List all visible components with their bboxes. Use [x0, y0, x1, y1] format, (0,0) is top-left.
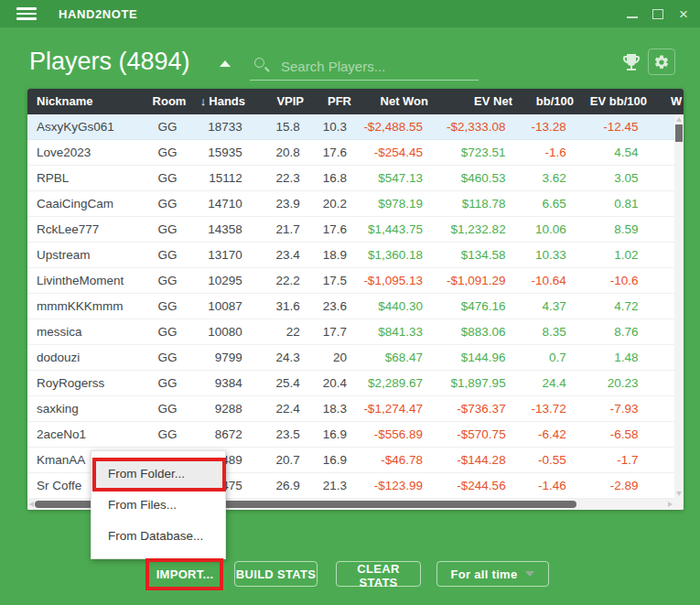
column-header-room[interactable]: Room — [146, 89, 192, 114]
build-stats-button[interactable]: BUILD STATS — [234, 561, 318, 587]
cell-vpip: 20.7 — [242, 448, 300, 472]
cell-extra — [639, 140, 674, 165]
page-title[interactable]: Players (4894) — [29, 48, 190, 76]
table-row[interactable]: Love2023GG1593520.817.6-$254.45$723.51-1… — [27, 140, 674, 166]
cell-ev_net: $1,897.95 — [423, 371, 506, 395]
cell-room: GG — [145, 294, 189, 319]
column-header-net_won[interactable]: Net Won — [351, 89, 428, 114]
cell-bb100: 4.37 — [506, 294, 566, 319]
clear-stats-button[interactable]: CLEAR STATS — [336, 561, 421, 587]
cell-hands: 10080 — [190, 319, 242, 344]
cell-nickname: messica — [37, 319, 145, 344]
vertical-scroll-thumb[interactable] — [675, 124, 683, 142]
cell-ev_net: $144.96 — [423, 345, 506, 370]
cell-nickname: mmmKKKmmm — [37, 294, 145, 319]
cell-ev_net: $1,232.82 — [423, 217, 506, 242]
cell-extra — [639, 294, 674, 319]
table-row[interactable]: messicaGG100802217.7$841.33$883.068.358.… — [27, 319, 674, 345]
cell-ev_net: -$570.75 — [423, 422, 506, 447]
time-period-dropdown[interactable]: For all time — [436, 561, 549, 587]
table-row[interactable]: dodouziGG979924.320$68.47$144.960.71.48 — [27, 345, 674, 371]
search-input[interactable] — [250, 53, 479, 81]
scroll-down-icon[interactable] — [676, 492, 682, 496]
chevron-up-icon[interactable] — [220, 60, 231, 67]
cell-nickname: RPBL — [37, 166, 145, 190]
titlebar: HAND2NOTE × — [0, 0, 700, 27]
menu-item-from-folder[interactable]: From Folder... — [92, 459, 225, 490]
cell-nickname: 2aceNo1 — [37, 422, 145, 447]
cell-hands: 18733 — [190, 114, 242, 139]
cell-ev_net: -$2,333.08 — [423, 114, 506, 139]
cell-hands: 9799 — [190, 345, 242, 370]
cell-extra — [639, 191, 674, 216]
table-row[interactable]: CaaiCingCamGG1471023.920.2$978.19$118.78… — [27, 191, 674, 217]
cell-hands: 15935 — [190, 140, 242, 165]
cell-vpip: 21.7 — [242, 217, 300, 242]
table-row[interactable]: LivintheMomentGG1029522.217.5-$1,095.13-… — [27, 268, 674, 294]
cell-ev_net: -$736.37 — [423, 396, 506, 421]
chevron-down-icon — [525, 571, 534, 577]
table-row[interactable]: RPBLGG1511222.316.8$547.13$460.533.623.0… — [27, 166, 674, 191]
cell-vpip: 24.3 — [242, 345, 300, 370]
menu-item-from-database[interactable]: From Database... — [92, 521, 225, 552]
close-button[interactable]: × — [671, 0, 696, 27]
import-button[interactable]: IMPORT... — [149, 561, 221, 587]
maximize-button[interactable] — [645, 0, 671, 27]
cell-hands: 9288 — [190, 396, 242, 421]
table-row[interactable]: AsxyKyGs061GG1873315.810.3-$2,488.55-$2,… — [27, 114, 674, 140]
column-header-extra[interactable]: W — [647, 89, 684, 114]
cell-net_won: $547.13 — [347, 166, 423, 190]
cell-bb100: -1.46 — [506, 473, 566, 498]
cell-ev_net: -$1,091.29 — [423, 268, 506, 293]
cell-extra — [639, 243, 674, 267]
cell-extra — [639, 396, 674, 421]
scroll-up-icon[interactable] — [676, 117, 682, 122]
cell-nickname: LivintheMoment — [37, 268, 145, 293]
cell-extra — [639, 319, 674, 344]
cell-net_won: -$1,274.47 — [347, 396, 423, 421]
cell-pfr: 16.8 — [300, 166, 347, 190]
hamburger-menu-icon[interactable] — [16, 7, 37, 20]
scroll-right-icon[interactable] — [668, 502, 673, 507]
cell-net_won: -$123.99 — [347, 473, 423, 498]
cell-pfr: 17.6 — [300, 140, 347, 165]
minimize-button[interactable] — [619, 0, 645, 27]
cell-pfr: 20.4 — [300, 371, 347, 395]
cell-net_won: $841.33 — [347, 319, 423, 344]
settings-button[interactable] — [648, 49, 675, 75]
cell-ev_bb100: 0.81 — [566, 191, 639, 216]
cell-room: GG — [145, 140, 189, 165]
cell-bb100: 10.06 — [506, 217, 566, 242]
column-header-nickname[interactable]: Nickname — [37, 89, 146, 114]
trophy-icon[interactable] — [620, 51, 642, 73]
time-period-label: For all time — [451, 567, 518, 581]
column-header-ev_bb100[interactable]: EV bb/100 — [574, 89, 647, 114]
vertical-scrollbar[interactable] — [674, 114, 684, 499]
column-header-ev_net[interactable]: EV Net — [428, 89, 512, 114]
table-row[interactable]: mmmKKKmmmGG1008731.623.6$440.30$476.164.… — [27, 294, 674, 319]
search-field-wrap — [250, 53, 479, 81]
cell-ev_bb100: -7.93 — [566, 396, 639, 421]
cell-room: GG — [145, 243, 189, 267]
cell-bb100: 0.7 — [506, 345, 566, 370]
cell-net_won: -$254.45 — [347, 140, 423, 165]
cell-net_won: -$1,095.13 — [347, 268, 423, 293]
cell-nickname: AsxyKyGs061 — [37, 114, 145, 139]
cell-net_won: $440.30 — [347, 294, 423, 319]
cell-hands: 8672 — [190, 422, 242, 447]
column-header-hands[interactable]: ↓Hands — [192, 89, 245, 114]
menu-item-from-files[interactable]: From Files... — [92, 490, 225, 521]
scroll-left-icon[interactable] — [29, 502, 34, 507]
column-header-bb100[interactable]: bb/100 — [512, 89, 574, 114]
column-header-pfr[interactable]: PFR — [304, 89, 351, 114]
table-row[interactable]: 2aceNo1GG867223.516.9-$556.89-$570.75-6.… — [27, 422, 674, 448]
column-header-vpip[interactable]: VPIP — [245, 89, 304, 114]
table-body: AsxyKyGs061GG1873315.810.3-$2,488.55-$2,… — [27, 114, 674, 499]
table-row[interactable]: RckLee777GG1435821.717.6$1,443.75$1,232.… — [27, 217, 674, 243]
table-row[interactable]: UpstreamGG1317023.418.9$1,360.18$134.581… — [27, 243, 674, 268]
players-table: NicknameRoom↓HandsVPIPPFRNet WonEV Netbb… — [27, 89, 684, 510]
cell-bb100: 3.62 — [506, 166, 566, 190]
table-row[interactable]: RoyRogerssGG938425.420.4$2,289.67$1,897.… — [27, 371, 674, 396]
cell-room: GG — [145, 345, 189, 370]
table-row[interactable]: saxkingGG928822.418.3-$1,274.47-$736.37-… — [27, 396, 674, 422]
